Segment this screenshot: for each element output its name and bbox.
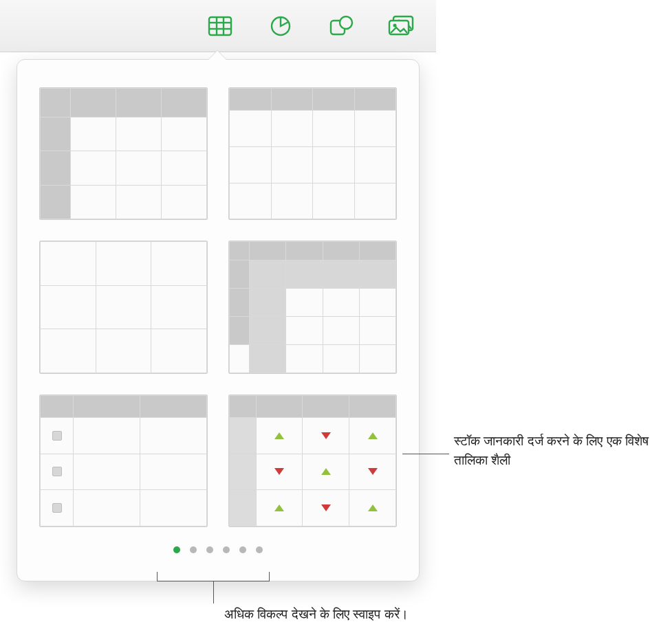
callout-leader — [402, 454, 449, 454]
callout-stock-style: स्टॉक जानकारी दर्ज करने के लिए एक विशेष … — [454, 432, 660, 469]
page-dot[interactable] — [206, 546, 213, 553]
page-dot[interactable] — [223, 546, 230, 553]
arrow-up-icon — [368, 432, 378, 439]
callout-text: अधिक विकल्प देखने के लिए स्वाइप करें। — [224, 607, 409, 621]
page-dot[interactable] — [239, 546, 246, 553]
arrow-up-icon — [321, 468, 331, 475]
page-dot[interactable] — [173, 546, 180, 553]
table-style-nested-header[interactable] — [228, 241, 397, 373]
callout-bracket — [157, 572, 270, 581]
table-styles-grid — [39, 87, 397, 527]
callout-swipe: अधिक विकल्प देखने के लिए स्वाइप करें। — [224, 605, 499, 624]
checkbox-icon — [52, 431, 62, 441]
checkbox-icon — [52, 503, 62, 513]
table-style-header-row-col[interactable] — [39, 87, 208, 220]
table-icon[interactable] — [206, 12, 234, 40]
arrow-down-icon — [321, 432, 331, 439]
table-style-plain[interactable] — [39, 241, 208, 373]
arrow-up-icon — [274, 432, 284, 439]
svg-rect-0 — [209, 17, 231, 35]
checkbox-icon — [52, 467, 62, 476]
table-styles-popover — [17, 59, 420, 581]
shape-icon[interactable] — [327, 12, 355, 40]
table-style-checklist[interactable] — [39, 395, 208, 527]
table-style-stock[interactable] — [228, 395, 397, 527]
arrow-up-icon — [274, 504, 284, 511]
callout-leader — [213, 581, 214, 603]
arrow-up-icon — [368, 504, 378, 511]
callout-text: स्टॉक जानकारी दर्ज करने के लिए एक विशेष … — [454, 434, 649, 467]
insert-toolbar — [0, 0, 436, 52]
arrow-down-icon — [321, 504, 331, 511]
arrow-down-icon — [274, 468, 284, 475]
media-icon[interactable] — [388, 12, 415, 40]
svg-point-7 — [340, 16, 352, 29]
chart-icon[interactable] — [267, 12, 294, 40]
arrow-down-icon — [368, 468, 378, 475]
page-indicator[interactable] — [39, 546, 397, 553]
table-style-header-row[interactable] — [228, 87, 397, 220]
page-dot[interactable] — [190, 546, 197, 553]
page-dot[interactable] — [256, 546, 263, 553]
